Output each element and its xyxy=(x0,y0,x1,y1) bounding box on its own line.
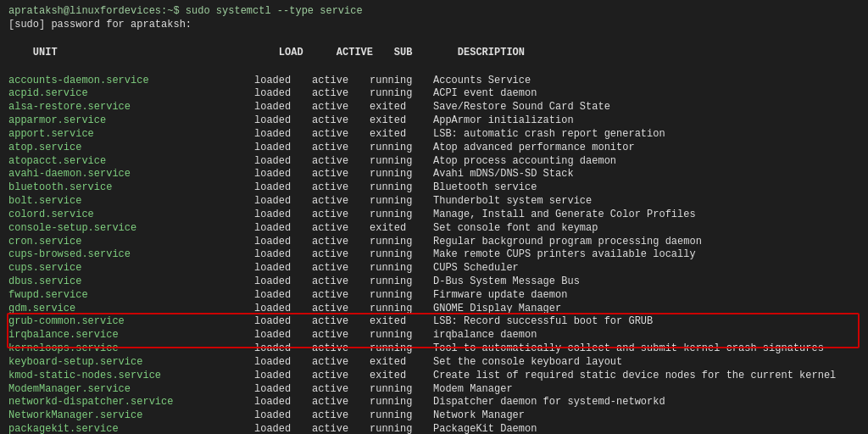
service-name: apparmor.service xyxy=(8,114,254,128)
service-row: cups-browsed.serviceloadedactiverunningM… xyxy=(8,248,860,262)
service-row: packagekit.serviceloadedactiverunningPac… xyxy=(8,423,860,434)
service-name: keyboard-setup.service xyxy=(8,356,254,370)
service-active: active xyxy=(312,236,370,249)
service-sub: running xyxy=(370,262,433,275)
service-name: ModemManager.service xyxy=(8,383,254,397)
service-desc: Atop advanced performance monitor xyxy=(433,142,635,153)
service-desc: irqbalance daemon xyxy=(433,329,537,341)
service-active: active xyxy=(312,114,370,128)
service-sub: running xyxy=(370,75,433,88)
header-sub: SUB xyxy=(394,46,458,59)
service-row: fwupd.serviceloadedactiverunningFirmware… xyxy=(8,289,860,303)
service-active: active xyxy=(312,289,370,303)
service-row: apparmor.serviceloadedactiveexitedAppArm… xyxy=(8,114,860,128)
service-name: atopacct.service xyxy=(8,155,254,169)
service-name: bluetooth.service xyxy=(8,181,254,195)
service-desc: CUPS Scheduler xyxy=(433,262,519,274)
service-desc: Avahi mDNS/DNS-SD Stack xyxy=(433,168,574,180)
service-load: loaded xyxy=(254,114,312,128)
service-active: active xyxy=(312,275,370,289)
service-row: NetworkManager.serviceloadedactiverunnin… xyxy=(8,409,860,423)
service-name: dbus.service xyxy=(8,275,254,289)
service-sub: running xyxy=(370,303,433,316)
service-name: console-setup.service xyxy=(8,222,254,236)
header-active: ACTIVE xyxy=(337,46,394,59)
service-active: active xyxy=(312,87,370,101)
service-sub: running xyxy=(370,409,433,423)
service-sub: running xyxy=(370,195,433,209)
service-sub: exited xyxy=(370,222,433,236)
service-load: loaded xyxy=(254,396,312,409)
service-row: avahi-daemon.serviceloadedactiverunningA… xyxy=(8,168,860,181)
prompt-line: aprataksh@linuxfordevices:~$ sudo system… xyxy=(8,5,860,17)
service-desc: Modem Manager xyxy=(433,383,513,395)
service-load: loaded xyxy=(254,262,312,275)
service-load: loaded xyxy=(254,303,312,316)
service-row: colord.serviceloadedactiverunningManage,… xyxy=(8,209,860,222)
service-active: active xyxy=(312,356,370,370)
service-desc: Network Manager xyxy=(433,409,525,421)
service-row: atop.serviceloadedactiverunningAtop adva… xyxy=(8,142,860,155)
service-load: loaded xyxy=(254,275,312,289)
service-name: acpid.service xyxy=(8,87,254,101)
service-sub: running xyxy=(370,289,433,303)
service-load: loaded xyxy=(254,370,312,383)
service-active: active xyxy=(312,209,370,222)
service-row: atopacct.serviceloadedactiverunningAtop … xyxy=(8,155,860,169)
header-load: LOAD xyxy=(279,46,337,59)
service-desc: LSB: automatic crash report generation xyxy=(433,128,665,140)
service-sub: running xyxy=(370,155,433,169)
service-name: NetworkManager.service xyxy=(8,409,254,423)
service-desc: GNOME Display Manager xyxy=(433,303,561,314)
service-active: active xyxy=(312,409,370,423)
service-active: active xyxy=(312,342,370,356)
service-sub: running xyxy=(370,342,433,356)
service-row: kerneloops.serviceloadedactiverunningToo… xyxy=(8,342,860,356)
service-desc: Tool to automatically collect and submit… xyxy=(433,342,824,354)
service-load: loaded xyxy=(254,423,312,434)
service-name: avahi-daemon.service xyxy=(8,168,254,181)
service-name: networkd-dispatcher.service xyxy=(8,396,254,409)
service-sub: running xyxy=(370,396,433,409)
service-active: active xyxy=(312,142,370,155)
service-desc: ACPI event daemon xyxy=(433,87,537,99)
service-sub: running xyxy=(370,383,433,397)
service-active: active xyxy=(312,128,370,142)
service-sub: exited xyxy=(370,128,433,142)
service-desc: LSB: Record successful boot for GRUB xyxy=(433,315,653,327)
service-load: loaded xyxy=(254,342,312,356)
service-row: networkd-dispatcher.serviceloadedactiver… xyxy=(8,396,860,409)
sudo-line: [sudo] password for aprataksh: xyxy=(8,19,860,31)
service-row: alsa-restore.serviceloadedactiveexitedSa… xyxy=(8,101,860,114)
service-row: gdm.serviceloadedactiverunningGNOME Disp… xyxy=(8,303,860,316)
service-name: fwupd.service xyxy=(8,289,254,303)
service-load: loaded xyxy=(254,128,312,142)
service-row: irqbalance.serviceloadedactiverunningirq… xyxy=(8,329,860,342)
service-sub: running xyxy=(370,87,433,101)
service-name: alsa-restore.service xyxy=(8,101,254,114)
service-sub: exited xyxy=(370,114,433,128)
service-name: grub-common.service xyxy=(8,315,254,329)
service-desc: AppArmor initialization xyxy=(433,114,574,126)
service-row: grub-common.serviceloadedactiveexitedLSB… xyxy=(8,315,860,329)
service-row: cups.serviceloadedactiverunningCUPS Sche… xyxy=(8,262,860,275)
service-load: loaded xyxy=(254,315,312,329)
service-load: loaded xyxy=(254,289,312,303)
service-load: loaded xyxy=(254,168,312,181)
service-desc: Thunderbolt system service xyxy=(433,195,592,207)
service-desc: Manage, Install and Generate Color Profi… xyxy=(433,209,696,220)
service-active: active xyxy=(312,75,370,88)
service-load: loaded xyxy=(254,222,312,236)
service-active: active xyxy=(312,168,370,181)
service-active: active xyxy=(312,370,370,383)
service-list: accounts-daemon.serviceloadedactiverunni… xyxy=(8,75,860,434)
header-desc: DESCRIPTION xyxy=(458,47,525,58)
service-active: active xyxy=(312,155,370,169)
service-load: loaded xyxy=(254,195,312,209)
service-name: packagekit.service xyxy=(8,423,254,434)
service-sub: running xyxy=(370,329,433,342)
service-sub: running xyxy=(370,236,433,249)
service-name: cron.service xyxy=(8,236,254,249)
service-row: bolt.serviceloadedactiverunningThunderbo… xyxy=(8,195,860,209)
service-sub: running xyxy=(370,209,433,222)
